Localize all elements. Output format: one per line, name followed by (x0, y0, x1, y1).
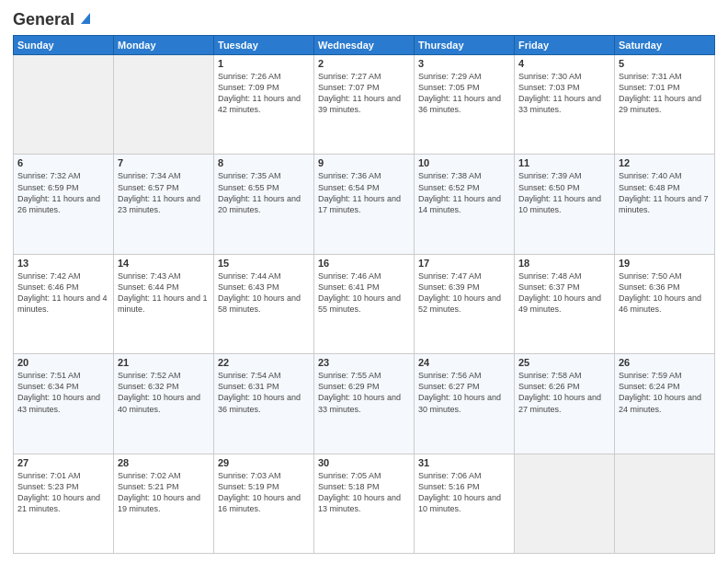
day-number: 10 (418, 157, 510, 168)
calendar-cell: 9Sunrise: 7:36 AM Sunset: 6:54 PM Daylig… (314, 155, 415, 254)
calendar-cell: 31Sunrise: 7:06 AM Sunset: 5:16 PM Dayli… (415, 454, 515, 553)
calendar-cell (515, 454, 615, 553)
day-info: Sunrise: 7:55 AM Sunset: 6:29 PM Dayligh… (318, 370, 410, 415)
calendar-cell: 7Sunrise: 7:34 AM Sunset: 6:57 PM Daylig… (114, 155, 214, 254)
day-number: 21 (118, 357, 210, 368)
day-number: 15 (218, 258, 310, 269)
day-info: Sunrise: 7:35 AM Sunset: 6:55 PM Dayligh… (218, 170, 310, 215)
day-info: Sunrise: 7:48 AM Sunset: 6:37 PM Dayligh… (518, 270, 610, 316)
day-info: Sunrise: 7:59 AM Sunset: 6:24 PM Dayligh… (619, 370, 711, 415)
week-row-4: 20Sunrise: 7:51 AM Sunset: 6:34 PM Dayli… (14, 354, 715, 454)
calendar-cell: 29Sunrise: 7:03 AM Sunset: 5:19 PM Dayli… (214, 454, 314, 553)
day-number: 13 (17, 258, 109, 269)
week-row-3: 13Sunrise: 7:42 AM Sunset: 6:46 PM Dayli… (14, 254, 715, 353)
calendar-cell: 2Sunrise: 7:27 AM Sunset: 7:07 PM Daylig… (314, 55, 415, 155)
day-number: 8 (218, 157, 310, 168)
calendar-cell: 5Sunrise: 7:31 AM Sunset: 7:01 PM Daylig… (615, 55, 715, 155)
calendar-cell: 13Sunrise: 7:42 AM Sunset: 6:46 PM Dayli… (14, 254, 114, 353)
day-info: Sunrise: 7:06 AM Sunset: 5:16 PM Dayligh… (418, 470, 510, 515)
calendar-table: SundayMondayTuesdayWednesdayThursdayFrid… (13, 35, 715, 554)
calendar-cell (114, 55, 214, 155)
day-info: Sunrise: 7:02 AM Sunset: 5:21 PM Dayligh… (118, 470, 210, 515)
calendar-cell: 26Sunrise: 7:59 AM Sunset: 6:24 PM Dayli… (615, 354, 715, 454)
day-number: 23 (318, 357, 410, 368)
day-number: 27 (17, 457, 109, 468)
calendar-cell: 6Sunrise: 7:32 AM Sunset: 6:59 PM Daylig… (14, 155, 114, 254)
weekday-header-monday: Monday (114, 36, 214, 55)
day-number: 19 (619, 258, 711, 269)
day-info: Sunrise: 7:31 AM Sunset: 7:01 PM Dayligh… (619, 71, 711, 116)
calendar-cell: 14Sunrise: 7:43 AM Sunset: 6:44 PM Dayli… (114, 254, 214, 353)
calendar-cell: 15Sunrise: 7:44 AM Sunset: 6:43 PM Dayli… (214, 254, 314, 353)
day-number: 2 (318, 58, 410, 69)
calendar-cell: 30Sunrise: 7:05 AM Sunset: 5:18 PM Dayli… (314, 454, 415, 553)
calendar-cell: 22Sunrise: 7:54 AM Sunset: 6:31 PM Dayli… (214, 354, 314, 454)
calendar-cell: 24Sunrise: 7:56 AM Sunset: 6:27 PM Dayli… (415, 354, 515, 454)
calendar-cell: 4Sunrise: 7:30 AM Sunset: 7:03 PM Daylig… (515, 55, 615, 155)
day-info: Sunrise: 7:56 AM Sunset: 6:27 PM Dayligh… (418, 370, 510, 415)
weekday-header-row: SundayMondayTuesdayWednesdayThursdayFrid… (14, 36, 715, 55)
header: General (13, 9, 715, 29)
day-info: Sunrise: 7:36 AM Sunset: 6:54 PM Dayligh… (318, 170, 410, 215)
week-row-2: 6Sunrise: 7:32 AM Sunset: 6:59 PM Daylig… (14, 155, 715, 254)
day-info: Sunrise: 7:05 AM Sunset: 5:18 PM Dayligh… (318, 470, 410, 515)
day-info: Sunrise: 7:43 AM Sunset: 6:44 PM Dayligh… (118, 270, 210, 316)
day-number: 14 (118, 258, 210, 269)
calendar-cell: 12Sunrise: 7:40 AM Sunset: 6:48 PM Dayli… (615, 155, 715, 254)
day-info: Sunrise: 7:51 AM Sunset: 6:34 PM Dayligh… (17, 370, 109, 415)
weekday-header-thursday: Thursday (415, 36, 515, 55)
day-info: Sunrise: 7:58 AM Sunset: 6:26 PM Dayligh… (518, 370, 610, 415)
calendar-cell (615, 454, 715, 553)
weekday-header-wednesday: Wednesday (314, 36, 415, 55)
calendar-cell: 18Sunrise: 7:48 AM Sunset: 6:37 PM Dayli… (515, 254, 615, 353)
calendar-cell: 21Sunrise: 7:52 AM Sunset: 6:32 PM Dayli… (114, 354, 214, 454)
calendar-cell: 16Sunrise: 7:46 AM Sunset: 6:41 PM Dayli… (314, 254, 415, 353)
day-info: Sunrise: 7:03 AM Sunset: 5:19 PM Dayligh… (218, 470, 310, 515)
calendar-cell: 20Sunrise: 7:51 AM Sunset: 6:34 PM Dayli… (14, 354, 114, 454)
calendar-cell: 27Sunrise: 7:01 AM Sunset: 5:23 PM Dayli… (14, 454, 114, 553)
day-number: 31 (418, 457, 510, 468)
day-number: 9 (318, 157, 410, 168)
calendar-cell: 17Sunrise: 7:47 AM Sunset: 6:39 PM Dayli… (415, 254, 515, 353)
day-number: 24 (418, 357, 510, 368)
day-number: 4 (518, 58, 610, 69)
svg-marker-0 (81, 13, 90, 24)
day-info: Sunrise: 7:29 AM Sunset: 7:05 PM Dayligh… (418, 71, 510, 116)
calendar-cell: 28Sunrise: 7:02 AM Sunset: 5:21 PM Dayli… (114, 454, 214, 553)
day-number: 22 (218, 357, 310, 368)
day-number: 25 (518, 357, 610, 368)
day-info: Sunrise: 7:32 AM Sunset: 6:59 PM Dayligh… (17, 170, 109, 215)
calendar-cell: 3Sunrise: 7:29 AM Sunset: 7:05 PM Daylig… (415, 55, 515, 155)
weekday-header-friday: Friday (515, 36, 615, 55)
calendar-cell (14, 55, 114, 155)
day-number: 17 (418, 258, 510, 269)
day-info: Sunrise: 7:38 AM Sunset: 6:52 PM Dayligh… (418, 170, 510, 215)
weekday-header-saturday: Saturday (615, 36, 715, 55)
day-info: Sunrise: 7:01 AM Sunset: 5:23 PM Dayligh… (17, 470, 109, 515)
calendar-cell: 1Sunrise: 7:26 AM Sunset: 7:09 PM Daylig… (214, 55, 314, 155)
day-info: Sunrise: 7:34 AM Sunset: 6:57 PM Dayligh… (118, 170, 210, 215)
logo: General (13, 9, 94, 29)
day-number: 29 (218, 457, 310, 468)
day-number: 11 (518, 157, 610, 168)
day-info: Sunrise: 7:47 AM Sunset: 6:39 PM Dayligh… (418, 270, 510, 316)
logo-icon (77, 9, 94, 29)
weekday-header-sunday: Sunday (14, 36, 114, 55)
day-number: 7 (118, 157, 210, 168)
day-number: 16 (318, 258, 410, 269)
day-number: 18 (518, 258, 610, 269)
day-number: 6 (17, 157, 109, 168)
day-number: 3 (418, 58, 510, 69)
day-number: 5 (619, 58, 711, 69)
day-info: Sunrise: 7:39 AM Sunset: 6:50 PM Dayligh… (518, 170, 610, 215)
calendar-cell: 8Sunrise: 7:35 AM Sunset: 6:55 PM Daylig… (214, 155, 314, 254)
calendar-cell: 19Sunrise: 7:50 AM Sunset: 6:36 PM Dayli… (615, 254, 715, 353)
logo-general: General (13, 10, 74, 29)
day-info: Sunrise: 7:40 AM Sunset: 6:48 PM Dayligh… (619, 170, 711, 215)
day-info: Sunrise: 7:50 AM Sunset: 6:36 PM Dayligh… (619, 270, 711, 316)
day-info: Sunrise: 7:27 AM Sunset: 7:07 PM Dayligh… (318, 71, 410, 116)
day-info: Sunrise: 7:46 AM Sunset: 6:41 PM Dayligh… (318, 270, 410, 316)
calendar-cell: 23Sunrise: 7:55 AM Sunset: 6:29 PM Dayli… (314, 354, 415, 454)
day-number: 12 (619, 157, 711, 168)
day-info: Sunrise: 7:44 AM Sunset: 6:43 PM Dayligh… (218, 270, 310, 316)
